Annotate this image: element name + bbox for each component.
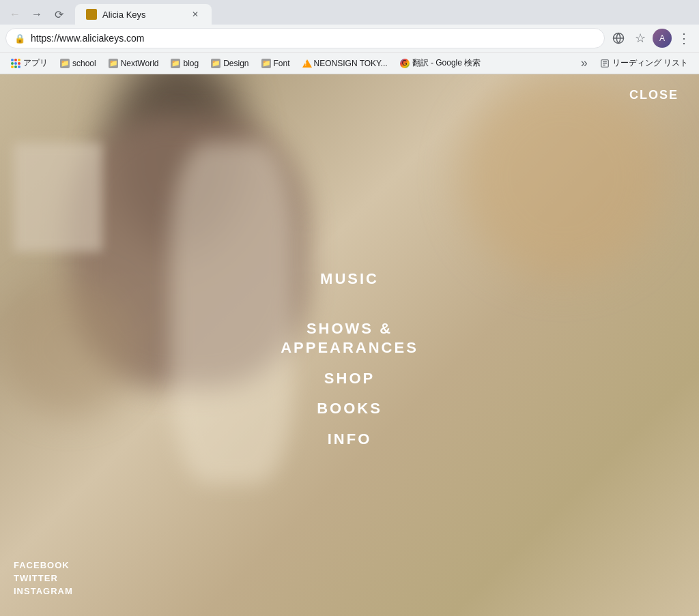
bookmark-design-label: Design	[223, 59, 248, 68]
social-instagram[interactable]: INSTAGRAM	[14, 586, 73, 596]
translate-icon-button[interactable]	[609, 29, 628, 48]
nav-item-info[interactable]: INFO	[328, 430, 372, 450]
omnibox-input[interactable]: 🔒 https://www.aliciakeys.com	[5, 28, 605, 48]
bookmark-nextworld-label: NextWorld	[121, 59, 159, 68]
bookmark-font[interactable]: 📁 Font	[256, 57, 296, 70]
bookmark-google-translate-label: 翻訳 - Google 検索	[412, 57, 481, 69]
bookmark-design[interactable]: 📁 Design	[205, 57, 254, 70]
bookmark-apps-label: アプリ	[23, 57, 48, 69]
bookmark-star-button[interactable]: ☆	[631, 29, 650, 48]
reading-list-icon	[600, 59, 610, 68]
bookmark-blog[interactable]: 📁 blog	[165, 57, 204, 70]
bookmark-blog-label: blog	[183, 59, 199, 68]
tab-favicon	[86, 9, 97, 20]
social-facebook[interactable]: FACEBOOK	[14, 560, 73, 570]
bookmark-apps[interactable]: アプリ	[5, 55, 53, 71]
nav-item-music[interactable]: MUSIC	[320, 269, 379, 289]
folder-icon: 📁	[109, 59, 118, 68]
nav-item-books[interactable]: BOOKS	[317, 399, 382, 419]
nav-item-shows[interactable]: SHOWS & APPEARANCES	[281, 299, 418, 358]
bookmark-font-label: Font	[274, 59, 290, 68]
social-links: FACEBOOK TWITTER INSTAGRAM	[14, 560, 73, 596]
apps-grid-icon	[11, 59, 20, 68]
bookmark-neonsign[interactable]: NEONSIGN TOKY...	[297, 57, 393, 70]
avatar[interactable]: A	[653, 29, 672, 48]
more-options-button[interactable]: ⋮	[674, 29, 694, 48]
bg-shape-left-mid	[0, 279, 137, 415]
bookmark-nextworld[interactable]: 📁 NextWorld	[103, 57, 165, 70]
back-button[interactable]: ←	[5, 5, 25, 24]
lock-icon: 🔒	[14, 33, 25, 44]
tab-title: Alicia Keys	[102, 10, 184, 20]
url-text: https://www.aliciakeys.com	[31, 33, 596, 44]
warning-icon	[302, 59, 312, 68]
bookmarks-more-button[interactable]: »	[578, 55, 590, 72]
bookmarks-bar: アプリ 📁 school 📁 NextWorld 📁 blog 📁 Design…	[0, 52, 699, 74]
forward-button[interactable]: →	[27, 5, 46, 24]
google-icon: G	[400, 59, 410, 68]
nav-item-shop[interactable]: SHOP	[324, 369, 375, 389]
nav-menu: MUSIC SHOWS & APPEARANCES SHOP BOOKS INF…	[281, 269, 418, 449]
tab-bar: ← → ⟳ Alicia Keys ✕	[0, 0, 699, 25]
bookmark-google-translate[interactable]: G 翻訳 - Google 検索	[395, 55, 487, 71]
bookmark-school-label: school	[72, 59, 96, 68]
social-twitter[interactable]: TWITTER	[14, 573, 73, 583]
bookmark-school[interactable]: 📁 school	[55, 57, 102, 70]
tab-close-button[interactable]: ✕	[190, 9, 201, 20]
folder-icon: 📁	[171, 59, 180, 68]
bg-card-left	[14, 143, 102, 252]
active-tab[interactable]: Alicia Keys ✕	[75, 4, 212, 25]
browser-chrome: ← → ⟳ Alicia Keys ✕ 🔒 https://www.alicia…	[0, 0, 699, 74]
bg-shape-center	[171, 143, 294, 484]
folder-icon: 📁	[60, 59, 70, 68]
folder-icon: 📁	[211, 59, 220, 68]
website-content: CLOSE MUSIC SHOWS & APPEARANCES SHOP BOO…	[0, 74, 699, 616]
omnibox-icons: ☆ A ⋮	[609, 29, 694, 48]
close-button[interactable]: CLOSE	[629, 88, 679, 102]
bg-shape-right	[460, 74, 665, 279]
nav-buttons: ← → ⟳	[5, 5, 68, 24]
reading-list-button[interactable]: リーディング リスト	[595, 55, 694, 71]
reading-list-label: リーディング リスト	[612, 57, 688, 69]
omnibox-bar: 🔒 https://www.aliciakeys.com ☆ A ⋮	[0, 25, 699, 52]
bookmark-neonsign-label: NEONSIGN TOKY...	[314, 59, 388, 68]
folder-icon: 📁	[261, 59, 271, 68]
reload-button[interactable]: ⟳	[49, 5, 68, 24]
